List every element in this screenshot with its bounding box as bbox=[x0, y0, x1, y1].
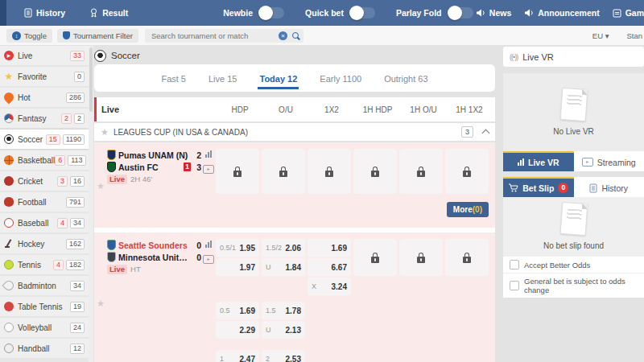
sidebar-item-label: Football bbox=[18, 198, 47, 207]
sidebar-item-badminton[interactable]: Badminton 34 bbox=[0, 276, 89, 295]
sidebar-item-soccer[interactable]: Soccer 15 1190 bbox=[0, 130, 89, 149]
sidebar-item-table-tennis[interactable]: Table Tennis 19 bbox=[0, 297, 89, 316]
newbie-toggle[interactable] bbox=[260, 7, 284, 19]
nav-edge-strip bbox=[0, 0, 6, 26]
news-button[interactable]: News bbox=[476, 8, 511, 18]
vr-streaming-tabs: Live VR ▸ Streaming bbox=[503, 151, 644, 171]
odds-cell-1x2[interactable]: 6.67 bbox=[308, 258, 351, 276]
odds-cell-hdp[interactable]: 12.47 bbox=[216, 350, 259, 362]
sidebar-item-basketball[interactable]: Basketball 6 113 bbox=[0, 150, 89, 170]
total-count-badge: 113 bbox=[68, 155, 85, 166]
match-star-icon[interactable]: ★ bbox=[97, 298, 105, 309]
odds-cell-ou[interactable]: U1.84 bbox=[262, 258, 305, 276]
sidebar-item-live[interactable]: ▶ Live 33 bbox=[0, 46, 89, 65]
odds-cell-locked bbox=[308, 149, 351, 194]
tab-streaming[interactable]: ▸ Streaming bbox=[574, 151, 644, 171]
tab-history[interactable]: History bbox=[574, 177, 644, 197]
toggle-icon: ↕ bbox=[12, 31, 21, 40]
league-star-icon[interactable]: ★ bbox=[101, 127, 109, 138]
result-nav-button[interactable]: Result bbox=[89, 8, 128, 18]
live-icon: ▶ bbox=[4, 51, 14, 60]
history-nav-button[interactable]: History bbox=[24, 8, 65, 18]
odds-cell-locked bbox=[445, 239, 489, 276]
odds-cell-ou[interactable]: 1.5/22.06 bbox=[262, 239, 305, 257]
total-count-badge: 162 bbox=[66, 239, 85, 249]
sidebar-item-volleyball[interactable]: Volleyball 24 bbox=[0, 318, 89, 337]
announcement-button[interactable]: Announcement bbox=[524, 8, 599, 18]
odds-cell-locked bbox=[353, 239, 397, 276]
collapse-chevron-icon[interactable] bbox=[482, 129, 490, 137]
tv-stream-icon[interactable]: ▸ bbox=[203, 165, 214, 174]
tab-outright[interactable]: Outright 63 bbox=[382, 68, 429, 89]
match-star-icon[interactable]: ★ bbox=[97, 181, 105, 191]
search-input[interactable] bbox=[150, 31, 279, 41]
tab-live[interactable]: Live 15 bbox=[207, 68, 238, 89]
live-vr-empty-state: No Live VR bbox=[503, 73, 644, 151]
odds-cell-hdp[interactable]: 1.97 bbox=[216, 258, 259, 276]
sidebar-item-tennis[interactable]: Tennis 4 182 bbox=[0, 255, 89, 274]
fantasy-ball-icon bbox=[4, 113, 14, 123]
sidebar-item-cricket[interactable]: Cricket 3 16 bbox=[0, 171, 89, 191]
parlay-toggle[interactable] bbox=[449, 7, 473, 19]
odds-change-checkbox[interactable] bbox=[510, 281, 519, 290]
live-count-badge: 4 bbox=[53, 260, 64, 270]
odds-cell-1x2[interactable]: 1.69 bbox=[308, 239, 351, 257]
tab-today[interactable]: Today 12 bbox=[258, 68, 299, 89]
sidebar-item-hot[interactable]: Hot 286 bbox=[0, 88, 89, 107]
lock-icon bbox=[371, 257, 379, 263]
view-mode-dropdown[interactable]: Stan bbox=[626, 31, 642, 40]
broadcast-icon: ((•)) bbox=[510, 53, 518, 61]
scrollbar-thumb[interactable] bbox=[89, 47, 93, 112]
betslip-history-tabs: Bet Slip 0 History bbox=[503, 177, 644, 197]
live-count-badge: 2 bbox=[61, 113, 72, 124]
game-button[interactable]: Gam bbox=[613, 8, 644, 18]
stats-icon[interactable] bbox=[205, 241, 212, 248]
no-bet-slip-text: No bet slip found bbox=[543, 241, 604, 250]
quickbet-label: Quick bet bbox=[305, 8, 344, 18]
tv-stream-icon[interactable]: ▸ bbox=[203, 255, 214, 264]
tournament-filter-label: Tournament Filter bbox=[73, 31, 133, 40]
flame-icon bbox=[2, 91, 16, 105]
sidebar-item-favorite[interactable]: ★ Favorite 0 bbox=[0, 67, 89, 86]
right-panel: ((•)) Live VR No Live VR Live VR ▸ Strea… bbox=[503, 47, 644, 362]
sidebar-item-label: Fantasy bbox=[18, 114, 47, 123]
quickbet-toggle-group: Quick bet bbox=[305, 7, 375, 19]
sidebar-item-football[interactable]: Football 791 bbox=[0, 192, 89, 212]
announcement-label: Announcement bbox=[538, 8, 599, 18]
tab-bet-slip[interactable]: Bet Slip 0 bbox=[503, 177, 574, 197]
odds-cell-ou[interactable]: 1.51.78 bbox=[262, 302, 305, 319]
tab-fast[interactable]: Fast 5 bbox=[159, 68, 188, 89]
odds-cell-hdp[interactable]: 0.51.69 bbox=[216, 302, 259, 319]
empty-paper-icon bbox=[559, 88, 588, 121]
league-header[interactable]: ★ LEAGUES CUP (IN USA & CANADA) 3 bbox=[94, 123, 495, 141]
odds-format-dropdown[interactable]: EU ▾ bbox=[592, 31, 609, 40]
league-count-badge: 3 bbox=[461, 126, 473, 138]
odds-cell-1x2[interactable]: X3.24 bbox=[308, 278, 351, 295]
newbie-label: Newbie bbox=[223, 8, 253, 18]
odds-cell-hdp[interactable]: 2.29 bbox=[216, 321, 259, 339]
more-markets-button[interactable]: More(0) bbox=[447, 202, 489, 217]
sidebar-item-label: Volleyball bbox=[18, 323, 52, 332]
game-label: Gam bbox=[625, 8, 644, 18]
sidebar-scrollbar[interactable] bbox=[89, 46, 93, 362]
clear-search-icon[interactable]: ✕ bbox=[279, 31, 287, 40]
stats-icon[interactable] bbox=[205, 150, 212, 158]
sidebar-item-label: Favorite bbox=[18, 72, 47, 81]
odds-toggle-button[interactable]: ↕ Toggle bbox=[6, 29, 52, 43]
odds-cell-ou[interactable]: U2.13 bbox=[262, 321, 305, 339]
odds-cell-ou[interactable]: 22.53 bbox=[262, 350, 305, 362]
search-icon[interactable] bbox=[292, 32, 299, 39]
tab-live-vr[interactable]: Live VR bbox=[503, 151, 574, 171]
accept-better-odds-checkbox[interactable] bbox=[510, 260, 519, 269]
lock-icon bbox=[325, 171, 333, 177]
sidebar-item-baseball[interactable]: Baseball 4 34 bbox=[0, 213, 89, 232]
sidebar-item-fantasy[interactable]: Fantasy 2 2 bbox=[0, 109, 89, 128]
sport-header: Soccer bbox=[94, 47, 495, 64]
tournament-filter-button[interactable]: Tournament Filter bbox=[57, 29, 138, 43]
odds-cell-hdp[interactable]: 0.5/11.95 bbox=[216, 239, 259, 257]
tab-early[interactable]: Early 1100 bbox=[318, 68, 363, 89]
quickbet-toggle[interactable] bbox=[351, 7, 375, 19]
accept-better-odds-option: Accept Better Odds bbox=[503, 256, 644, 273]
sidebar-item-hockey[interactable]: Hockey 162 bbox=[0, 234, 89, 253]
sidebar-item-handball[interactable]: Handball 12 bbox=[0, 339, 89, 358]
